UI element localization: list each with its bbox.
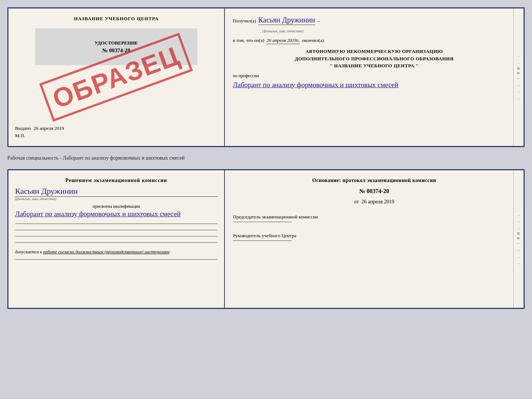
okonchil-label: окончил(а) — [302, 38, 324, 43]
rukovoditel-line — [233, 241, 292, 241]
kvali-value: Лаборант по анализу формовочных и шихтов… — [15, 209, 218, 219]
predsedatel-label: Председатель экзаменационной комиссии — [233, 214, 515, 220]
predsedatel-line — [233, 222, 292, 222]
top-document: НАЗВАНИЕ УЧЕБНОГО ЦЕНТРА ОБРАЗЕЦ УДОСТОВ… — [7, 7, 525, 147]
separator-text: Рабочая специальность - Лаборант по анал… — [7, 154, 525, 163]
right-sidebar-bottom: - - - и а ← - - - — [513, 170, 524, 308]
po-professii-label: по профессии — [233, 73, 515, 79]
protocol-number: № 00374-20 — [233, 188, 515, 195]
udost-number: № 00374-20 — [102, 47, 130, 54]
hr-5 — [15, 259, 218, 260]
center-line3: " НАЗВАНИЕ УЧЕБНОГО ЦЕНТРА " — [233, 62, 515, 70]
fio-subtitle: (фамилия, имя, отчество) — [262, 29, 303, 33]
kvali-block: присвоена квалификация Лаборант по анали… — [15, 204, 218, 219]
dopuskaetsya-block: допускается к работе согласно должностны… — [15, 249, 218, 255]
hr-3 — [15, 236, 218, 236]
top-doc-right: Получил(a) Касьян Дружинин – (фамилия, и… — [225, 8, 524, 146]
osnovanie-title: Основание: протокол экзаменационной коми… — [233, 178, 515, 184]
vydano-date: 26 апреля 2019 — [34, 125, 64, 131]
training-center-title-top: НАЗВАНИЕ УЧЕБНОГО ЦЕНТРА — [74, 16, 159, 22]
poluchil-row: Получил(a) Касьян Дружинин – (фамилия, и… — [233, 16, 515, 34]
poluchil-value: Касьян Дружинин — [258, 16, 315, 25]
udost-title: УДОСТОВЕРЕНИЕ — [94, 40, 138, 46]
ot-label: от — [354, 199, 359, 204]
vydano-label: Выдано — [15, 125, 31, 131]
right-sidebar-top: - - и а ← - - - — [513, 8, 524, 146]
profession-value: Лаборант по анализу формовочных и шихтов… — [233, 80, 515, 90]
ot-date: 26 апреля 2019 — [362, 199, 394, 204]
po-professii-block: по профессии Лаборант по анализу формово… — [233, 73, 515, 90]
komissia-title: Решением экзаменационной комиссии — [15, 178, 218, 184]
center-line2: ДОПОЛНИТЕЛЬНОГО ПРОФЕССИОНАЛЬНОГО ОБРАЗО… — [233, 55, 515, 63]
hr-1 — [15, 224, 218, 224]
dopuskaetsya-value: работе согласно должностным (производств… — [43, 249, 169, 254]
dash-1: – — [317, 18, 320, 24]
udostoverenie-block: УДОСТОВЕРЕНИЕ № 00374-20 — [35, 28, 197, 65]
v-tom-label: в том, что он(а) — [233, 38, 265, 43]
hr-4 — [15, 242, 218, 243]
v-tom-row: в том, что он(а) 26 апреля 2019г. окончи… — [233, 38, 515, 44]
top-doc-left: НАЗВАНИЕ УЧЕБНОГО ЦЕНТРА ОБРАЗЕЦ УДОСТОВ… — [8, 8, 225, 146]
page-wrapper: НАЗВАНИЕ УЧЕБНОГО ЦЕНТРА ОБРАЗЕЦ УДОСТОВ… — [7, 7, 525, 309]
bottom-name-subtitle: (фамилия, имя, отчество) — [15, 197, 218, 201]
bottom-doc-left: Решением экзаменационной комиссии Касьян… — [8, 170, 225, 308]
dopuskaetsya-label: допускается к — [15, 249, 42, 254]
center-block: АВТОНОМНУЮ НЕКОММЕРЧЕСКУЮ ОРГАНИЗАЦИЮ ДО… — [233, 48, 515, 70]
bottom-doc-right: Основание: протокол экзаменационной коми… — [225, 170, 524, 308]
poluchil-label: Получил(a) — [233, 18, 256, 24]
vydano-line: Выдано 26 апреля 2019 — [15, 125, 64, 131]
prisvoena-label: присвоена квалификация — [15, 204, 218, 209]
mp-label: М.П. — [15, 133, 25, 139]
hr-2 — [15, 230, 218, 230]
bottom-name-value: Касьян Дружинин — [15, 186, 218, 197]
ot-date-block: от 26 апреля 2019 — [233, 199, 515, 205]
center-line1: АВТОНОМНУЮ НЕКОММЕРЧЕСКУЮ ОРГАНИЗАЦИЮ — [233, 48, 515, 55]
rukovoditel-block: Руководитель учебного Центра — [233, 232, 515, 241]
bottom-name-block: Касьян Дружинин (фамилия, имя, отчество) — [15, 186, 218, 201]
bottom-document: Решением экзаменационной комиссии Касьян… — [7, 169, 525, 309]
date-value: 26 апреля 2019г. — [266, 38, 299, 44]
rukovoditel-label: Руководитель учебного Центра — [233, 232, 515, 239]
predsedatel-block: Председатель экзаменационной комиссии — [233, 214, 515, 222]
